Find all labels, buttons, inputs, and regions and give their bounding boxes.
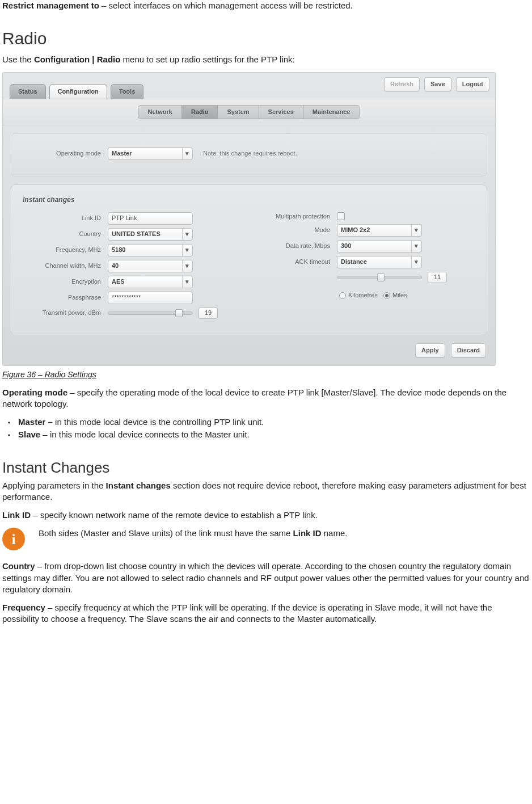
radio-heading: Radio [2,27,530,50]
bottom-button-bar: Apply Discard [3,343,495,365]
logout-button[interactable]: Logout [456,77,489,91]
passphrase-label: Passphrase [23,293,108,302]
radio-kilometres[interactable] [339,292,346,299]
save-button[interactable]: Save [424,77,451,91]
encryption-label: Encryption [23,277,108,286]
chevron-down-icon: ▾ [182,276,191,288]
instant-intro: Applying parameters in the Instant chang… [2,480,530,503]
ack-timeout-select[interactable]: Distance ▾ [337,256,422,268]
instant-changes-heading: Instant Changes [2,458,530,478]
multipath-label: Multipath protection [252,212,337,221]
linkid-paragraph: Link ID – specify known network name of … [2,510,530,521]
country-label: Country [23,230,108,238]
mode-label: Mode [252,226,337,234]
tab-status[interactable]: Status [10,84,46,99]
subtab-network[interactable]: Network [138,106,181,119]
restrict-desc: – select interfaces on which management … [99,1,353,10]
radio-intro: Use the Configuration | Radio menu to se… [2,54,530,65]
subtab-radio[interactable]: Radio [182,106,218,119]
tx-power-value[interactable]: 19 [199,308,218,319]
apply-button[interactable]: Apply [415,343,445,357]
instant-changes-title: Instant changes [23,195,475,204]
instant-right-column: Multipath protection Mode MIMO 2x2 ▾ Dat… [252,209,447,322]
subtab-maintenance[interactable]: Maintenance [303,106,360,119]
restrict-paragraph: Restrict management to – select interfac… [2,0,530,11]
country-paragraph: Country – from drop-down list choose cou… [2,561,530,595]
country-select[interactable]: UNITED STATES ▾ [108,228,193,241]
radio-settings-screenshot: Refresh Save Logout Status Configuration… [2,72,496,366]
frequency-select[interactable]: 5180 ▾ [108,244,193,256]
operating-mode-list: Master – in this mode local device is th… [2,416,530,441]
encryption-select[interactable]: AES ▾ [108,276,193,288]
frequency-paragraph: Frequency – specify frequency at which t… [2,602,530,625]
linkid-input[interactable]: PTP Link [108,212,193,225]
chevron-down-icon: ▾ [411,256,420,268]
channel-width-label: Channel width, MHz [23,262,108,270]
mode-select[interactable]: MIMO 2x2 ▾ [337,224,422,237]
operating-mode-panel: Operating mode Master ▾ Note: this chang… [11,133,487,176]
refresh-button[interactable]: Refresh [384,77,420,91]
restrict-label: Restrict management to [2,1,99,10]
multipath-checkbox[interactable] [337,212,345,220]
subtab-system[interactable]: System [218,106,259,119]
chevron-down-icon: ▾ [182,245,191,256]
data-rate-label: Data rate, Mbps [252,242,337,250]
distance-slider[interactable] [337,276,422,279]
linkid-label: Link ID [23,214,108,222]
chevron-down-icon: ▾ [411,225,420,236]
list-item: Slave – in this mode local device connec… [18,429,530,440]
chevron-down-icon: ▾ [182,148,191,159]
chevron-down-icon: ▾ [411,241,420,252]
operating-mode-paragraph: Operating mode – specify the operating m… [2,387,530,410]
figure-caption: Figure 36 – Radio Settings [2,369,530,380]
instant-changes-panel: Instant changes Link ID PTP Link Country… [11,184,487,335]
frequency-label: Frequency, MHz [23,246,108,254]
distance-value[interactable]: 11 [428,272,447,283]
sub-tab-bar: Network Radio System Services Maintenanc… [3,99,495,125]
instant-left-column: Link ID PTP Link Country UNITED STATES ▾… [23,209,218,322]
passphrase-input[interactable]: ************ [108,292,193,304]
tx-power-label: Transmit power, dBm [23,309,108,317]
tab-tools[interactable]: Tools [111,84,144,99]
distance-units: Kilometres Miles [339,291,407,300]
list-item: Master – in this mode local device is th… [18,416,530,428]
info-text: Both sides (Master and Slave units) of t… [39,528,347,539]
subtab-services[interactable]: Services [259,106,303,119]
ack-timeout-label: ACK timeout [252,258,337,266]
operating-mode-note: Note: this change requires reboot. [203,149,297,158]
tab-configuration[interactable]: Configuration [49,84,107,99]
top-button-bar: Refresh Save Logout [384,77,489,91]
chevron-down-icon: ▾ [182,260,191,272]
operating-mode-select[interactable]: Master ▾ [108,148,193,160]
tx-power-slider[interactable] [108,312,193,315]
info-note: i Both sides (Master and Slave units) of… [2,528,530,550]
info-icon: i [2,528,25,550]
channel-width-select[interactable]: 40 ▾ [108,260,193,272]
chevron-down-icon: ▾ [182,229,191,240]
discard-button[interactable]: Discard [451,343,486,357]
data-rate-select[interactable]: 300 ▾ [337,240,422,252]
radio-miles[interactable] [383,292,390,299]
operating-mode-label: Operating mode [23,149,108,158]
